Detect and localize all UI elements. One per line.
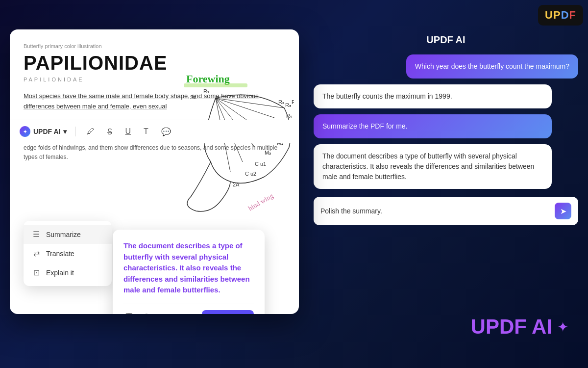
- chat-text-ai-1: The butterfly counts the maximum in 1999…: [322, 92, 452, 100]
- svg-text:R₃: R₃: [285, 102, 291, 108]
- svg-text:R₂: R₂: [278, 99, 284, 105]
- svg-text:M₃: M₃: [265, 150, 271, 156]
- svg-rect-1: [184, 83, 247, 87]
- svg-text:C u2: C u2: [245, 171, 256, 177]
- pdf-panel: Forewing R₂ R₃: [10, 29, 299, 314]
- explain-menu-item[interactable]: ⊡ Explain it: [24, 263, 112, 282]
- popup-edit-icon[interactable]: 🖊: [140, 313, 149, 314]
- sparkle-icon: ✦: [557, 319, 568, 335]
- dropdown-arrow-icon: ▾: [63, 128, 67, 135]
- translate-icon: ⇄: [31, 249, 41, 258]
- svg-text:Forewing: Forewing: [186, 73, 230, 85]
- ai-icon: ✦: [20, 126, 30, 137]
- logo-d: D: [561, 9, 569, 21]
- translate-menu-item[interactable]: ⇄ Translate: [24, 244, 112, 263]
- chat-input-area: ➤: [314, 197, 578, 225]
- copy-icon: ⎘: [173, 314, 177, 315]
- chat-message-ai-1: The butterfly counts the maximum in 1999…: [314, 84, 552, 108]
- pdf-content: Forewing R₂ R₃: [10, 29, 299, 120]
- svg-text:R₁: R₁: [203, 88, 209, 94]
- logo-u: U: [545, 9, 553, 21]
- pdf-toolbar: ✦ UPDF AI ▾ 🖊 S̶ U T 💬: [10, 120, 299, 143]
- highlight-icon[interactable]: 🖊: [85, 125, 97, 138]
- updf-ai-button[interactable]: ✦ UPDF AI ▾: [20, 126, 67, 137]
- logo-f: F: [569, 9, 576, 21]
- chat-text-user-1: Which year does the butterfly count the …: [415, 62, 569, 70]
- popup-footer: 💬 🖊 ⎘ Copy ▶ Generate: [123, 304, 254, 315]
- copy-label: Copy: [180, 314, 196, 315]
- explain-label: Explain it: [46, 269, 74, 277]
- updf-ai-brand: UPDF AI ✦: [471, 315, 568, 339]
- summarize-icon: ☰: [31, 230, 41, 239]
- brand-updf: UPDF: [471, 315, 532, 338]
- underline-icon[interactable]: U: [123, 125, 133, 138]
- ai-button-label: UPDF AI: [33, 128, 60, 135]
- summarize-popup-text: The document describes a type of butterf…: [123, 240, 254, 296]
- translate-label: Translate: [46, 250, 74, 258]
- ai-panel-title: UPDF AI: [314, 34, 578, 46]
- chat-message-user-1: Which year does the butterfly count the …: [406, 54, 578, 79]
- chat-text-ai-2: The document describes a type of butterf…: [322, 152, 534, 181]
- chat-text-user-2: Summarize the PDF for me.: [322, 122, 408, 130]
- main-container: Forewing R₂ R₃: [10, 29, 578, 348]
- brand-ai: AI: [532, 315, 552, 338]
- chat-message-user-2: Summarize the PDF for me.: [314, 114, 552, 138]
- svg-text:hind wing: hind wing: [247, 192, 274, 212]
- svg-text:C u1: C u1: [255, 161, 266, 167]
- text-color-icon[interactable]: T: [142, 125, 150, 138]
- updf-logo-corner: UPDF: [538, 5, 583, 26]
- chat-input[interactable]: [320, 207, 555, 215]
- chat-send-button[interactable]: ➤: [555, 203, 571, 219]
- svg-line-2: [216, 98, 284, 108]
- summarize-popup: The document describes a type of butterf…: [113, 230, 265, 314]
- summarize-label: Summarize: [46, 231, 81, 238]
- copy-button[interactable]: ⎘ Copy: [173, 314, 196, 315]
- pdf-doc-subtitle: Butterfly primary color illustration: [24, 43, 285, 49]
- summarize-menu-item[interactable]: ☰ Summarize: [24, 225, 112, 244]
- ai-chat-panel: UPDF AI Which year does the butterfly co…: [314, 29, 578, 225]
- strikethrough-icon[interactable]: S̶: [105, 125, 114, 138]
- logo-p: P: [553, 9, 561, 21]
- explain-icon: ⊡: [31, 268, 41, 277]
- brand-text: UPDF AI: [471, 315, 552, 339]
- ai-dropdown-menu: ☰ Summarize ⇄ Translate ⊡ Explain it: [24, 221, 112, 286]
- send-icon: ➤: [560, 207, 566, 216]
- svg-text:2A: 2A: [233, 182, 240, 187]
- svg-text:R₅: R₅: [286, 113, 292, 119]
- svg-line-3: [216, 98, 274, 118]
- svg-text:R₄: R₄: [292, 99, 294, 105]
- svg-text:Sc: Sc: [190, 94, 196, 100]
- toolbar-separator: [75, 127, 76, 136]
- popup-chat-icon[interactable]: 💬: [123, 313, 134, 315]
- generate-label: Generate: [217, 314, 247, 315]
- comment-icon[interactable]: 💬: [159, 125, 173, 138]
- generate-arrow-icon: ▶: [209, 314, 214, 315]
- chat-message-ai-2: The document describes a type of butterf…: [314, 144, 552, 189]
- generate-button[interactable]: ▶ Generate: [202, 310, 254, 315]
